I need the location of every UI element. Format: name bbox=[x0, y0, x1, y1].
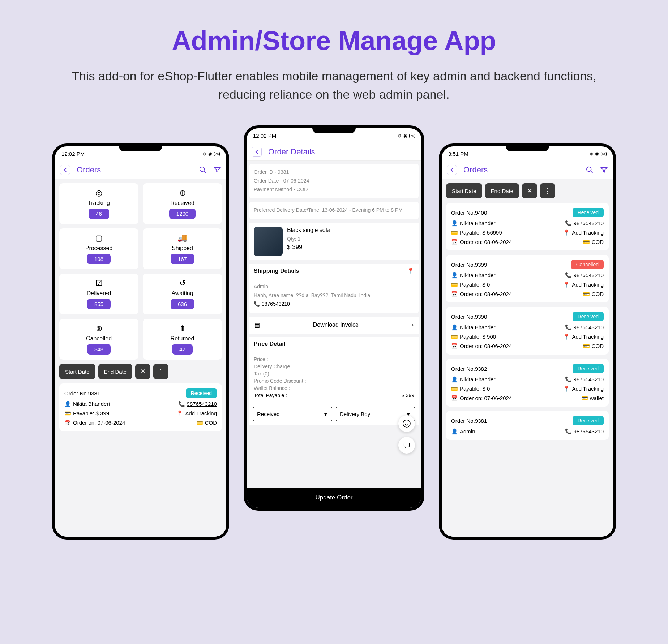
customer-phone[interactable]: 📞9876543210 bbox=[565, 428, 604, 435]
status-dropdown[interactable]: Received▼ bbox=[253, 407, 332, 421]
tile-tracking[interactable]: ◎Tracking46 bbox=[59, 183, 138, 224]
card-icon: 💳 bbox=[64, 410, 71, 417]
cancelled-icon: ⊗ bbox=[96, 324, 102, 333]
phone-notch bbox=[119, 143, 162, 151]
price-detail-header: Price Detail bbox=[249, 337, 419, 351]
phone-icon: 📞 bbox=[565, 220, 572, 227]
order-info-section: Order ID - 9381 Order Date - 07-06-2024 … bbox=[249, 164, 419, 198]
add-tracking-link[interactable]: 📍Add Tracking bbox=[563, 386, 604, 392]
product-row[interactable]: Black single sofa Qty: 1 $ 399 bbox=[249, 223, 419, 260]
customer-phone[interactable]: 📞9876543210 bbox=[565, 324, 604, 331]
delivered-icon: ☑ bbox=[95, 279, 103, 288]
shipping-header: Shipping Details📍 bbox=[249, 264, 419, 278]
whatsapp-fab[interactable] bbox=[398, 415, 415, 432]
order-number: Order No.9381 bbox=[64, 390, 100, 396]
person-icon: 👤 bbox=[451, 324, 458, 331]
order-card[interactable]: Order No.9381Received👤Admin📞9876543210 bbox=[446, 411, 609, 440]
svg-rect-3 bbox=[404, 443, 410, 447]
order-card[interactable]: Order No.9390Received👤Nikita Bhanderi📞98… bbox=[446, 307, 609, 355]
tile-cancelled[interactable]: ⊗Cancelled348 bbox=[59, 319, 138, 360]
order-number: Order No.9382 bbox=[451, 366, 487, 372]
phone-icon: 📞 bbox=[254, 300, 260, 309]
phones-row: 12:02 PM ⊗ ◉ 76 Orders bbox=[22, 125, 646, 540]
customer-name: 👤Nikita Bhanderi bbox=[451, 376, 497, 383]
chat-fab[interactable] bbox=[398, 437, 415, 454]
order-id: Order ID - 9381 bbox=[254, 168, 414, 177]
awaiting-icon: ↺ bbox=[179, 279, 186, 288]
card-icon: 💳 bbox=[451, 229, 458, 236]
card-icon: 💳 bbox=[451, 386, 458, 392]
phone-notch bbox=[506, 143, 549, 151]
phone-icon: 📞 bbox=[565, 272, 572, 279]
status-tiles: ◎Tracking46 ⊕Received1200 ▢Processed108 … bbox=[59, 183, 222, 360]
filter-icon[interactable] bbox=[213, 166, 221, 174]
add-tracking-link[interactable]: 📍Add Tracking bbox=[563, 282, 604, 288]
order-card[interactable]: Order No.9381Received 👤Nikita Bhanderi📞9… bbox=[59, 383, 222, 431]
order-number: Order No.9381 bbox=[451, 418, 487, 424]
status-time: 12:02 PM bbox=[253, 133, 276, 139]
ship-phone[interactable]: 📞9876543210 bbox=[254, 301, 290, 307]
back-button[interactable] bbox=[252, 147, 262, 157]
update-order-button[interactable]: Update Order bbox=[247, 488, 421, 508]
promo-label: Promo Code Discount : bbox=[254, 378, 306, 384]
tile-received[interactable]: ⊕Received1200 bbox=[143, 183, 222, 224]
search-icon[interactable] bbox=[586, 166, 594, 174]
tile-delivered[interactable]: ☑Delivered855 bbox=[59, 274, 138, 314]
back-button[interactable] bbox=[60, 165, 70, 175]
delivery-pref-section: Preferred Delivery Date/Time: 13-06-2024… bbox=[249, 202, 419, 219]
customer-phone[interactable]: 📞9876543210 bbox=[565, 220, 604, 227]
total-label: Total Payable : bbox=[254, 392, 287, 398]
order-card[interactable]: Order No.9399Cancelled👤Nikita Bhanderi📞9… bbox=[446, 255, 609, 302]
start-date-button[interactable]: Start Date bbox=[446, 183, 482, 198]
app-header: Order Details bbox=[247, 143, 421, 161]
order-card[interactable]: Order No.9382Received👤Nikita Bhanderi📞98… bbox=[446, 359, 609, 407]
dropdown-row: Received▼ Delivery Boy▼ bbox=[249, 403, 419, 425]
end-date-button[interactable]: End Date bbox=[485, 183, 519, 198]
customer-phone[interactable]: 📞9876543210 bbox=[178, 401, 217, 407]
payment-method: 💳wallet bbox=[581, 395, 604, 402]
tile-returned[interactable]: ⬆Returned42 bbox=[143, 319, 222, 360]
document-icon: ▤ bbox=[254, 322, 260, 329]
back-button[interactable] bbox=[447, 165, 457, 175]
search-icon[interactable] bbox=[199, 166, 207, 174]
wifi-icon: ◉ bbox=[403, 133, 407, 138]
svg-line-5 bbox=[591, 171, 593, 173]
add-tracking-link[interactable]: 📍Add Tracking bbox=[563, 229, 604, 236]
add-tracking-link[interactable]: 📍Add Tracking bbox=[563, 334, 604, 340]
customer-name: 👤Nikita Bhanderi bbox=[451, 220, 497, 227]
header-title: Orders bbox=[463, 165, 586, 175]
person-icon: 👤 bbox=[451, 428, 458, 435]
alarm-icon: ⊗ bbox=[202, 151, 206, 156]
add-tracking-link[interactable]: 📍Add Tracking bbox=[176, 410, 217, 417]
start-date-button[interactable]: Start Date bbox=[59, 364, 95, 379]
customer-phone[interactable]: 📞9876543210 bbox=[565, 272, 604, 279]
tile-shipped[interactable]: 🚚Shipped167 bbox=[143, 228, 222, 269]
more-button[interactable]: ⋮ bbox=[153, 364, 168, 379]
tile-awaiting[interactable]: ↺Awaiting636 bbox=[143, 274, 222, 314]
location-icon[interactable]: 📍 bbox=[407, 267, 414, 274]
delivery-charge-label: Delivery Charge : bbox=[254, 364, 293, 369]
payment-method: 💳COD bbox=[583, 343, 604, 349]
order-status: Cancelled bbox=[571, 260, 604, 269]
download-invoice-button[interactable]: ▤ Download Invoice › bbox=[249, 317, 419, 334]
order-date: 📅Order on: 07-06-2024 bbox=[64, 420, 125, 426]
more-button[interactable]: ⋮ bbox=[540, 183, 555, 198]
battery-icon: 76 bbox=[214, 152, 220, 156]
clear-date-button[interactable]: ✕ bbox=[135, 364, 150, 379]
end-date-button[interactable]: End Date bbox=[98, 364, 133, 379]
order-status: Received bbox=[573, 416, 604, 425]
person-icon: 👤 bbox=[64, 401, 71, 407]
card-icon: 💳 bbox=[451, 282, 458, 288]
wifi-icon: ◉ bbox=[595, 151, 599, 156]
product-name: Black single sofa bbox=[287, 227, 414, 233]
header-title: Orders bbox=[77, 165, 199, 175]
tile-processed[interactable]: ▢Processed108 bbox=[59, 228, 138, 269]
total-value: $ 399 bbox=[402, 392, 414, 398]
order-card[interactable]: Order No.9400Received👤Nikita Bhanderi📞98… bbox=[446, 203, 609, 250]
card-icon: 💳 bbox=[583, 291, 590, 297]
filter-icon[interactable] bbox=[600, 166, 608, 174]
clear-date-button[interactable]: ✕ bbox=[522, 183, 537, 198]
calendar-icon: 📅 bbox=[451, 291, 458, 297]
svg-point-4 bbox=[587, 167, 591, 172]
customer-phone[interactable]: 📞9876543210 bbox=[565, 376, 604, 383]
